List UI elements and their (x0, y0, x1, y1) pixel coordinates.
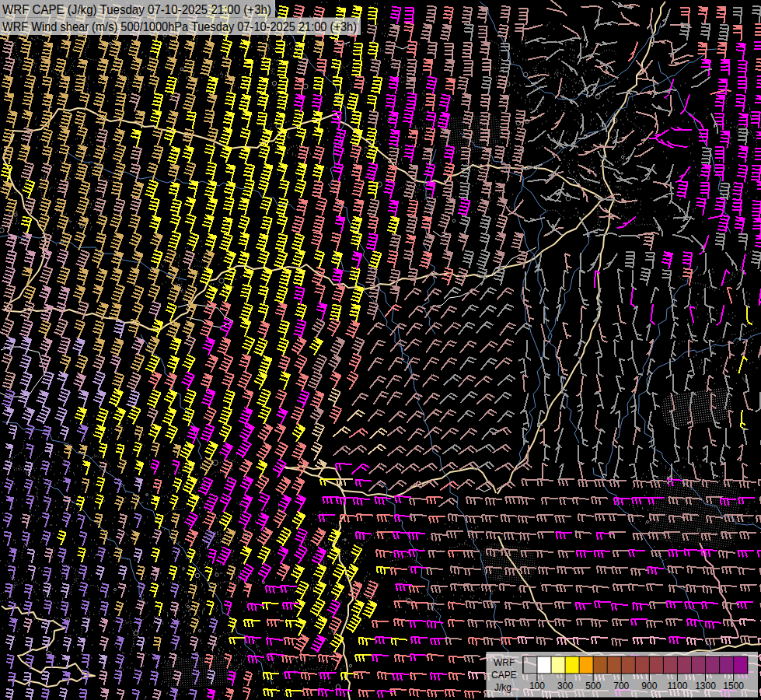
svg-text:500: 500 (585, 681, 601, 691)
svg-text:CAPE: CAPE (491, 670, 517, 681)
svg-text:700: 700 (613, 681, 629, 691)
svg-text:WRF: WRF (494, 657, 515, 668)
svg-text:J/kg: J/kg (494, 682, 511, 693)
svg-text:300: 300 (557, 681, 573, 691)
svg-text:1500: 1500 (723, 681, 744, 691)
svg-text:WRF Wind shear (m/s) 500/1000h: WRF Wind shear (m/s) 500/1000hPa Tuesday… (2, 19, 357, 34)
svg-text:100: 100 (529, 681, 545, 691)
svg-text:1300: 1300 (695, 681, 716, 691)
svg-text:900: 900 (641, 681, 657, 691)
svg-text:WRF CAPE (J/kg) Tuesday 07-10-: WRF CAPE (J/kg) Tuesday 07-10-2025 21:00… (2, 2, 271, 17)
svg-text:1100: 1100 (668, 681, 688, 691)
